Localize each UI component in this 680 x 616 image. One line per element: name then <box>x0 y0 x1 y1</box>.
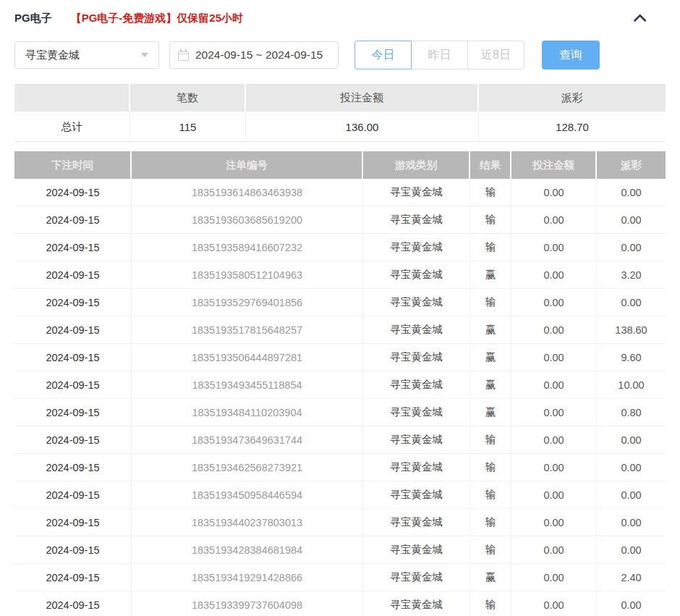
cell-game-type: 寻宝黄金城 <box>363 591 470 616</box>
date-range-input[interactable]: 2024-09-15 ~ 2024-09-15 <box>169 41 339 69</box>
game-select[interactable]: 寻宝黄金城 <box>14 41 159 69</box>
cell-bet-amount: 0.00 <box>511 371 597 399</box>
cell-bet-amount: 0.00 <box>511 206 597 234</box>
cell-bet-amount: 0.00 <box>511 564 597 591</box>
cell-game-type: 寻宝黄金城 <box>363 399 470 426</box>
cell-bet-time: 2024-09-15 <box>14 426 132 454</box>
cell-result: 赢 <box>470 316 511 344</box>
cell-bet-amount: 0.00 <box>511 509 597 536</box>
cell-bet-time: 2024-09-15 <box>14 454 132 481</box>
cell-bet-id: 1835193589416607232 <box>132 234 363 261</box>
cell-payout: 0.00 <box>597 509 666 536</box>
summary-total-count: 115 <box>130 113 246 142</box>
pg-records-panel: PG电子 【PG电子-免费游戏】仅保留25小时 寻宝黄金城 2024-09-15… <box>0 0 680 616</box>
panel-header: PG电子 【PG电子-免费游戏】仅保留25小时 <box>14 7 666 29</box>
cell-bet-amount: 0.00 <box>511 454 597 481</box>
cell-bet-time: 2024-09-15 <box>14 261 132 289</box>
col-header-bet-amount: 投注金额 <box>511 151 597 179</box>
retention-notice: 【PG电子-免费游戏】仅保留25小时 <box>71 12 243 25</box>
col-header-payout: 派彩 <box>597 151 666 179</box>
cell-bet-time: 2024-09-15 <box>14 234 132 261</box>
col-header-game-type: 游戏类别 <box>363 151 470 179</box>
cell-result: 输 <box>470 536 511 564</box>
summary-header-count: 笔数 <box>130 84 246 113</box>
cell-game-type: 寻宝黄金城 <box>363 426 470 454</box>
cell-bet-time: 2024-09-15 <box>14 481 132 509</box>
cell-payout: 0.00 <box>597 591 666 616</box>
cell-payout: 9.60 <box>597 344 666 371</box>
cell-payout: 0.80 <box>597 399 666 426</box>
summary-total-label: 总计 <box>14 113 130 142</box>
cell-bet-amount: 0.00 <box>511 289 597 316</box>
today-button[interactable]: 今日 <box>354 41 412 69</box>
cell-result: 输 <box>470 426 511 454</box>
chevron-up-icon[interactable] <box>633 14 646 27</box>
cell-bet-amount: 0.00 <box>511 316 597 344</box>
col-header-bet-time: 下注时间 <box>14 151 132 179</box>
cell-bet-time: 2024-09-15 <box>14 289 132 316</box>
cell-bet-time: 2024-09-15 <box>14 536 132 564</box>
cell-bet-time: 2024-09-15 <box>14 316 132 344</box>
summary-header-bet-amount: 投注金额 <box>246 84 479 113</box>
search-button[interactable]: 查询 <box>542 41 600 69</box>
cell-bet-id: 1835193603685619200 <box>132 206 363 234</box>
cell-bet-id: 1835193493455118854 <box>132 371 363 399</box>
caret-down-icon <box>141 53 148 57</box>
cell-game-type: 寻宝黄金城 <box>363 509 470 536</box>
cell-result: 输 <box>470 289 511 316</box>
cell-bet-id: 1835193450958446594 <box>132 481 363 509</box>
cell-bet-id: 1835193580512104963 <box>132 261 363 289</box>
yesterday-button[interactable]: 昨日 <box>411 41 468 69</box>
cell-bet-time: 2024-09-15 <box>14 509 132 536</box>
cell-bet-id: 1835193462568273921 <box>132 454 363 481</box>
last8days-button[interactable]: 近8日 <box>467 41 524 69</box>
game-select-value: 寻宝黄金城 <box>25 48 80 62</box>
cell-result: 输 <box>470 206 511 234</box>
cell-payout: 2.40 <box>597 564 666 591</box>
cell-bet-id: 1835193506444897281 <box>132 344 363 371</box>
cell-bet-amount: 0.00 <box>511 234 597 261</box>
cell-bet-time: 2024-09-15 <box>14 371 132 399</box>
cell-game-type: 寻宝黄金城 <box>363 536 470 564</box>
summary-total-payout: 128.70 <box>479 113 666 142</box>
cell-bet-amount: 0.00 <box>511 426 597 454</box>
cell-bet-id: 1835193614863463938 <box>132 179 363 206</box>
cell-bet-amount: 0.00 <box>511 481 597 509</box>
cell-bet-amount: 0.00 <box>511 261 597 289</box>
cell-payout: 0.00 <box>597 481 666 509</box>
bet-table: 下注时间 注单编号 游戏类别 结果 投注金额 派彩 2024-09-15 183… <box>14 151 666 616</box>
cell-bet-id: 1835193419291428866 <box>132 564 363 591</box>
cell-payout: 138.60 <box>597 316 666 344</box>
cell-game-type: 寻宝黄金城 <box>363 234 470 261</box>
cell-bet-time: 2024-09-15 <box>14 344 132 371</box>
cell-bet-amount: 0.00 <box>511 179 597 206</box>
cell-game-type: 寻宝黄金城 <box>363 261 470 289</box>
cell-bet-id: 1835193440237803013 <box>132 509 363 536</box>
cell-bet-time: 2024-09-15 <box>14 591 132 616</box>
cell-game-type: 寻宝黄金城 <box>363 344 470 371</box>
summary-total-bet-amount: 136.00 <box>246 113 479 142</box>
cell-payout: 10.00 <box>597 371 666 399</box>
cell-bet-amount: 0.00 <box>511 399 597 426</box>
cell-game-type: 寻宝黄金城 <box>363 481 470 509</box>
cell-game-type: 寻宝黄金城 <box>363 371 470 399</box>
cell-result: 输 <box>470 234 511 261</box>
cell-game-type: 寻宝黄金城 <box>363 316 470 344</box>
cell-payout: 0.00 <box>597 454 666 481</box>
cell-bet-amount: 0.00 <box>511 344 597 371</box>
cell-bet-id: 1835193428384681984 <box>132 536 363 564</box>
summary-header-payout: 派彩 <box>479 84 666 113</box>
col-header-bet-id: 注单编号 <box>132 151 363 179</box>
cell-payout: 0.00 <box>597 536 666 564</box>
cell-bet-id: 1835193529769401856 <box>132 289 363 316</box>
cell-bet-time: 2024-09-15 <box>14 564 132 591</box>
cell-game-type: 寻宝黄金城 <box>363 289 470 316</box>
cell-result: 输 <box>470 179 511 206</box>
panel-title: PG电子 <box>14 12 52 25</box>
cell-game-type: 寻宝黄金城 <box>363 564 470 591</box>
cell-result: 输 <box>470 509 511 536</box>
cell-result: 赢 <box>470 344 511 371</box>
cell-game-type: 寻宝黄金城 <box>363 454 470 481</box>
cell-bet-id: 1835193484110203904 <box>132 399 363 426</box>
cell-bet-time: 2024-09-15 <box>14 399 132 426</box>
